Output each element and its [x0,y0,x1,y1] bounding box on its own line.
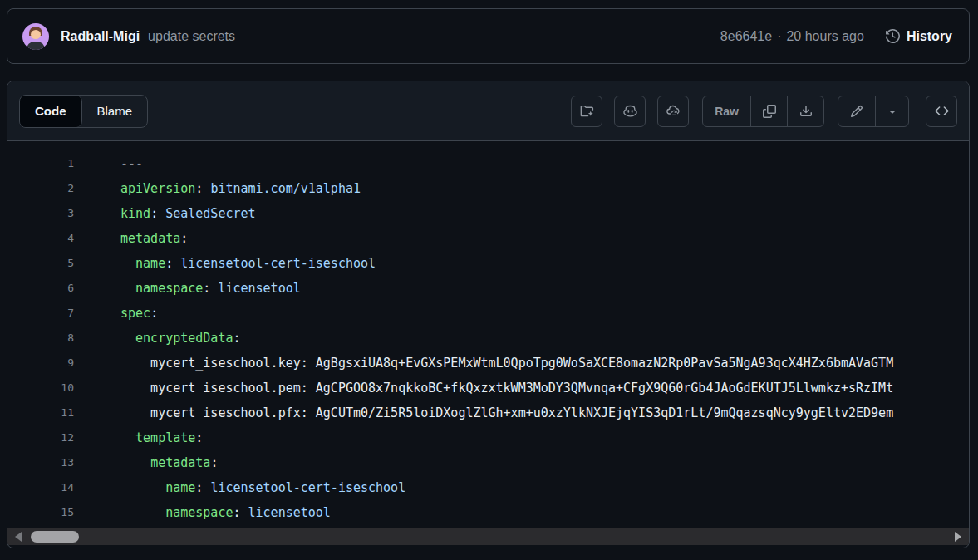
download-button[interactable] [787,96,823,126]
code-line-content: apiVersion: bitnami.com/v1alpha1 [74,176,361,201]
commit-time: 20 hours ago [786,29,863,44]
code-line-content: metadata: [74,450,218,475]
code-viewer: 1---2apiVersion: bitnami.com/v1alpha13ki… [7,141,969,528]
code-line: 12 template: [7,425,969,450]
copy-icon [763,105,776,118]
horizontal-scrollbar[interactable] [7,528,969,545]
toolbar-actions: Raw [571,96,957,127]
commit-meta: 8e6641e · 20 hours ago [720,29,864,44]
code-line-content: namespace: licensetool [74,500,331,525]
edit-dropdown-button[interactable] [875,96,908,126]
commit-sha[interactable]: 8e6641e [720,29,772,44]
tab-code[interactable]: Code [20,96,82,127]
code-line: 15 namespace: licensetool [7,500,969,525]
line-number[interactable]: 8 [7,326,74,351]
line-number[interactable]: 15 [7,500,74,525]
line-number[interactable]: 4 [7,226,74,251]
line-number[interactable]: 6 [7,276,74,301]
line-number[interactable]: 9 [7,351,74,376]
line-number[interactable]: 5 [7,251,74,276]
code-line: 8 encryptedData: [7,326,969,351]
avatar-body [27,42,45,50]
copilot-button[interactable] [614,96,646,127]
history-label: History [907,29,952,44]
code-line: 10 mycert_iseschool.pem: AgCPGOO8x7nqkko… [7,376,969,400]
commit-header-card: Radball-Migi update secrets 8e6641e · 20… [7,8,970,64]
scrollbar-left-arrow-icon[interactable] [15,532,22,542]
scrollbar-right-arrow-icon[interactable] [955,532,961,542]
code-line-content: spec: [74,301,158,326]
code-blame-switcher: Code Blame [19,95,148,128]
code-line: 7spec: [7,301,969,326]
line-number[interactable]: 2 [7,176,74,201]
code-line-content: mycert_iseschool.pem: AgCPGOO8x7nqkkoBC+… [74,376,893,400]
cloud-sync-icon [666,104,681,118]
code-line-content: encryptedData: [74,326,241,351]
code-line-content: metadata: [74,226,188,251]
code-line: 14 name: licensetool-cert-iseschool [7,475,969,500]
line-number[interactable]: 7 [7,301,74,326]
line-number[interactable]: 12 [7,425,74,450]
file-view-card: Code Blame Raw [7,81,970,548]
code-line: 3kind: SealedSecret [7,201,969,226]
file-toolbar: Code Blame Raw [7,81,969,141]
history-clock-icon [886,29,900,43]
code-line-content: name: licensetool-cert-iseschool [74,475,405,500]
code-line-content: namespace: licensetool [74,276,301,301]
code-line: 2apiVersion: bitnami.com/v1alpha1 [7,176,969,201]
file-tree-button[interactable] [571,96,602,127]
code-symbols-icon [935,104,949,118]
code-lines: 1---2apiVersion: bitnami.com/v1alpha13ki… [7,151,969,525]
raw-copy-download-group: Raw [702,96,824,127]
commit-author[interactable]: Radball-Migi [61,29,140,44]
meta-separator: · [777,29,781,44]
code-line: 6 namespace: licensetool [7,276,969,301]
download-icon [799,105,813,118]
line-number[interactable]: 10 [7,376,74,400]
tab-blame[interactable]: Blame [82,96,148,127]
edit-group [838,96,909,127]
code-line: 13 metadata: [7,450,969,475]
line-number[interactable]: 11 [7,400,74,425]
pencil-icon [850,105,863,118]
code-line: 9 mycert_iseschool.key: AgBgsxiUA8q+EvGX… [7,351,969,376]
code-line: 4metadata: [7,226,969,251]
scrollbar-thumb[interactable] [31,531,79,543]
code-line-content: kind: SealedSecret [74,201,256,226]
avatar[interactable] [22,23,49,50]
code-line: 11 mycert_iseschool.pfx: AgCUTm0/Zi5R5lo… [7,400,969,425]
cloud-sync-button[interactable] [657,96,689,127]
line-number[interactable]: 3 [7,201,74,226]
line-number[interactable]: 14 [7,475,74,500]
line-number[interactable]: 1 [7,151,74,176]
edit-button[interactable] [838,96,875,126]
code-line: 5 name: licensetool-cert-iseschool [7,251,969,276]
folder-sparkle-icon [580,104,594,118]
code-line-content: template: [74,425,203,450]
code-line-content: mycert_iseschool.key: AgBgsxiUA8q+EvGXsP… [74,351,893,376]
copy-raw-button[interactable] [750,96,787,126]
history-button[interactable]: History [886,29,952,44]
code-line-content: --- [74,151,143,176]
triangle-down-icon [886,105,899,118]
commit-message[interactable]: update secrets [148,29,235,44]
copilot-icon [623,104,637,118]
avatar-face [31,30,41,39]
code-line: 1--- [7,151,969,176]
symbols-panel-button[interactable] [926,96,957,127]
code-line-content: mycert_iseschool.pfx: AgCUTm0/Zi5R5loiDX… [74,400,893,425]
raw-button[interactable]: Raw [703,96,750,126]
line-number[interactable]: 13 [7,450,74,475]
code-line-content: name: licensetool-cert-iseschool [74,251,376,276]
